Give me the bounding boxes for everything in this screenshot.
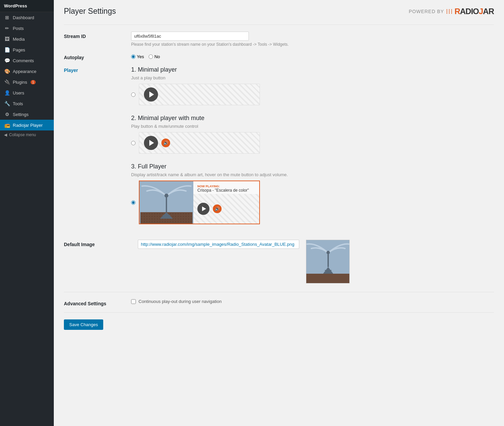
default-image-row: Default Image [64,240,494,283]
autoplay-no-option[interactable]: No [149,54,160,59]
sidebar-item-settings[interactable]: ⚙ Settings [0,109,54,120]
stream-id-hint: Please find your station's stream name o… [131,42,494,47]
advanced-settings-row: Advanced Settings Continuous play-out du… [64,299,494,306]
player2-play-button[interactable] [144,136,158,150]
sidebar: WordPress ⊞ Dashboard ✏ Posts 🖼 Media 📄 … [0,0,54,426]
sidebar-item-label: Plugins [13,80,27,85]
header-divider [64,25,494,25]
save-section: Save Changes [64,319,494,330]
nowplaying-track: Crisopa - "Escalera de color" [197,188,255,193]
continuous-playout-checkbox[interactable] [131,299,136,304]
player1-radio[interactable] [131,92,135,97]
plugins-badge: 1 [31,80,36,84]
sidebar-item-plugins[interactable]: 🔌 Plugins 1 [0,77,54,87]
collapse-menu[interactable]: ◀ Collapse menu [0,130,54,139]
sidebar-item-pages[interactable]: 📄 Pages [0,44,54,55]
player3-album-art [140,181,193,224]
autoplay-radio-group: Yes No [131,53,494,59]
sidebar-item-label: Pages [13,47,25,52]
sidebar-item-radiojar[interactable]: 📻 Radiojar Player [0,120,54,130]
default-image-thumbnail [306,240,350,283]
autoplay-yes-option[interactable]: Yes [131,54,144,59]
player1-preview [139,84,260,105]
main-content: Player Settings POWERED BY ⁞⁞⁞ radiojar … [54,0,504,426]
autoplay-no-radio[interactable] [149,54,153,59]
default-image-input[interactable] [138,240,299,249]
sidebar-item-label: Media [13,37,25,42]
appearance-icon: 🎨 [4,69,10,74]
stream-id-input[interactable] [131,32,249,41]
dashboard-icon: ⊞ [4,15,10,20]
sidebar-item-appearance[interactable]: 🎨 Appearance [0,66,54,77]
collapse-label: Collapse menu [9,132,36,137]
player3-controls: 🔊 [193,194,259,224]
default-image-wrap [138,240,299,249]
player3-radio[interactable] [131,200,135,205]
player1-play-button[interactable] [144,87,158,102]
sidebar-item-posts[interactable]: ✏ Posts [0,23,54,34]
svg-rect-11 [327,253,329,267]
autoplay-no-label: No [154,54,160,59]
player3-play-button[interactable] [197,203,209,215]
sidebar-item-users[interactable]: 👤 Users [0,87,54,98]
autoplay-wrap: Yes No [131,53,494,59]
sidebar-item-label: Dashboard [13,15,34,20]
advanced-wrap: Continuous play-out during user navigati… [131,299,494,304]
sidebar-item-label: Tools [13,101,23,106]
svg-rect-10 [306,274,350,283]
player1-desc: Just a play button [131,75,494,80]
player3-nowplaying: NOW PLAYING: Crisopa - "Escalera de colo… [193,181,259,194]
sidebar-item-label: Comments [13,58,34,63]
stream-id-label: Stream ID [64,32,131,39]
sidebar-item-label: Settings [13,112,29,117]
player2-preview: 🔊 [139,132,260,154]
sidebar-logo: WordPress [0,0,54,12]
sidebar-item-media[interactable]: 🖼 Media [0,34,54,44]
continuous-playout-label: Continuous play-out during user navigati… [139,299,222,304]
save-button[interactable]: Save Changes [64,319,103,330]
player2-desc: Play button & mute/unmute control [131,124,494,129]
player-options-wrap: 1. Minimal player Just a play button 2. … [131,66,494,234]
sidebar-item-label: Posts [13,26,24,31]
powered-by-text: POWERED BY [409,9,444,14]
settings-icon: ⚙ [4,112,10,117]
player3-title: 3. Full Player [131,163,494,170]
sidebar-item-comments[interactable]: 💬 Comments [0,55,54,66]
player2-radio-wrap: 🔊 [131,132,494,154]
stream-id-row: Stream ID Please find your station's str… [64,32,494,47]
player3-radio-wrap: NOW PLAYING: Crisopa - "Escalera de colo… [131,181,494,224]
tools-icon: 🔧 [4,101,10,106]
player2-radio[interactable] [131,141,135,145]
radiojar-dots-icon: ⁞⁞⁞ [446,7,453,15]
sidebar-item-label: Users [13,90,24,95]
player3-preview: NOW PLAYING: Crisopa - "Escalera de colo… [139,181,260,224]
autoplay-yes-radio[interactable] [131,54,135,59]
pages-icon: 📄 [4,47,10,52]
page-header: Player Settings POWERED BY ⁞⁞⁞ radiojar [64,7,494,16]
stream-id-wrap: Please find your station's stream name o… [131,32,494,47]
svg-point-15 [326,251,330,254]
page-title: Player Settings [64,7,116,16]
posts-icon: ✏ [4,26,10,31]
player2-title: 2. Minimal player with mute [131,115,494,122]
player-section-label: Player [64,66,131,73]
collapse-arrow-icon: ◀ [4,132,7,137]
sidebar-item-dashboard[interactable]: ⊞ Dashboard [0,12,54,23]
advanced-divider [64,292,494,292]
autoplay-yes-label: Yes [137,54,144,59]
player-section-row: Player 1. Minimal player Just a play but… [64,66,494,234]
autoplay-row: Autoplay Yes No [64,53,494,60]
sidebar-item-label: Appearance [13,69,36,74]
sidebar-item-tools[interactable]: 🔧 Tools [0,98,54,109]
continuous-playout-option[interactable]: Continuous play-out during user navigati… [131,299,494,304]
player1-radio-wrap [131,84,494,105]
player2-mute-button[interactable]: 🔊 [161,139,170,147]
brand-logo: POWERED BY ⁞⁞⁞ radiojar [409,7,494,16]
sidebar-item-label: Radiojar Player [13,123,43,128]
player3-mute-button[interactable]: 🔊 [213,204,222,213]
radiojar-icon: 📻 [4,122,10,128]
autoplay-label: Autoplay [64,53,131,60]
player3-desc: Display artist/track name & album art, h… [131,172,494,177]
comments-icon: 💬 [4,58,10,63]
users-icon: 👤 [4,90,10,95]
